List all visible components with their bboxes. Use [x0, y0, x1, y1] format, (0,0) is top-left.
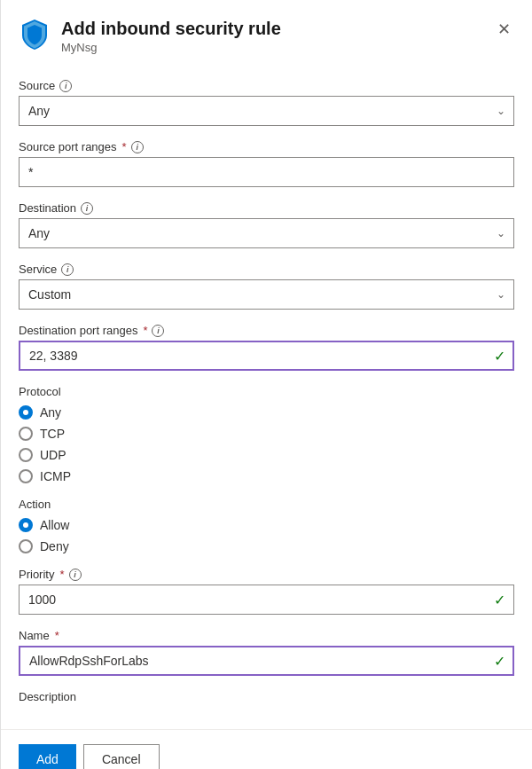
priority-input[interactable]: [19, 585, 514, 615]
protocol-radio-group: Any TCP UDP ICMP: [19, 405, 514, 483]
destination-info-icon[interactable]: i: [81, 202, 93, 215]
source-select[interactable]: Any IP Addresses Service Tag My IP addre…: [19, 96, 514, 126]
panel-body: Source i Any IP Addresses Service Tag My…: [1, 65, 532, 769]
header-text: Add inbound security rule MyNsg: [61, 18, 494, 54]
protocol-any-item[interactable]: Any: [19, 405, 514, 420]
action-allow-item[interactable]: Allow: [19, 518, 514, 532]
add-button[interactable]: Add: [19, 744, 76, 769]
protocol-any-radio[interactable]: [19, 405, 33, 420]
source-select-wrapper: Any IP Addresses Service Tag My IP addre…: [19, 96, 514, 126]
action-allow-radio[interactable]: [19, 518, 33, 532]
protocol-label: Protocol: [19, 385, 514, 398]
protocol-udp-label: UDP: [40, 448, 66, 462]
protocol-icmp-label: ICMP: [40, 469, 71, 483]
priority-info-icon[interactable]: i: [69, 569, 82, 581]
source-info-icon[interactable]: i: [59, 80, 72, 92]
name-group: Name * ✓: [19, 629, 514, 676]
source-port-ranges-label: Source port ranges * i: [19, 140, 514, 153]
close-button[interactable]: ✕: [494, 18, 514, 41]
source-port-ranges-input[interactable]: [19, 157, 514, 187]
service-select-wrapper: Custom HTTP HTTPS RDP SSH ⌄: [19, 279, 514, 310]
source-label: Source i: [19, 79, 514, 92]
source-port-input-wrapper: [19, 157, 514, 187]
source-port-info-icon[interactable]: i: [131, 141, 144, 153]
name-input[interactable]: [19, 646, 514, 676]
priority-required-marker: *: [59, 568, 64, 581]
protocol-udp-radio[interactable]: [19, 448, 33, 462]
name-required-marker: *: [55, 629, 59, 642]
shield-icon: [19, 18, 51, 50]
service-info-icon[interactable]: i: [61, 263, 74, 276]
action-deny-radio[interactable]: [19, 539, 33, 553]
destination-label: Destination i: [19, 201, 514, 215]
protocol-udp-item[interactable]: UDP: [19, 448, 514, 462]
dest-port-ranges-input[interactable]: [19, 341, 514, 371]
protocol-tcp-radio[interactable]: [19, 427, 33, 441]
dest-port-info-icon[interactable]: i: [152, 325, 164, 337]
source-port-ranges-group: Source port ranges * i: [19, 140, 514, 187]
panel-title: Add inbound security rule: [61, 18, 494, 39]
panel-subtitle: MyNsg: [61, 41, 494, 54]
dest-port-check-icon: ✓: [494, 348, 505, 365]
action-radio-group: Allow Deny: [19, 518, 514, 553]
protocol-tcp-item[interactable]: TCP: [19, 427, 514, 441]
dest-port-ranges-group: Destination port ranges * i ✓: [19, 324, 514, 371]
panel-header: Add inbound security rule MyNsg ✕: [1, 0, 532, 65]
service-select[interactable]: Custom HTTP HTTPS RDP SSH: [19, 279, 514, 310]
description-group: Description: [19, 690, 514, 703]
priority-group: Priority * i ✓: [19, 568, 514, 615]
description-label: Description: [19, 690, 514, 703]
source-port-required-marker: *: [122, 140, 127, 153]
name-check-icon: ✓: [494, 653, 505, 670]
priority-check-icon: ✓: [494, 592, 505, 608]
action-section: Action Allow Deny: [19, 498, 514, 553]
action-allow-label: Allow: [40, 518, 69, 532]
destination-group: Destination i Any IP Addresses Service T…: [19, 201, 514, 248]
add-inbound-rule-panel: Add inbound security rule MyNsg ✕ Source…: [0, 0, 532, 769]
dest-port-required-marker: *: [143, 324, 147, 337]
protocol-icmp-radio[interactable]: [19, 469, 33, 483]
dest-port-ranges-label: Destination port ranges * i: [19, 324, 514, 337]
protocol-any-label: Any: [40, 405, 61, 420]
cancel-button[interactable]: Cancel: [83, 744, 160, 769]
priority-label: Priority * i: [19, 568, 514, 581]
service-group: Service i Custom HTTP HTTPS RDP SSH ⌄: [19, 263, 514, 310]
destination-select-wrapper: Any IP Addresses Service Tag Virtual net…: [19, 218, 514, 248]
panel-footer: Add Cancel: [1, 729, 532, 769]
action-deny-item[interactable]: Deny: [19, 539, 514, 553]
protocol-icmp-item[interactable]: ICMP: [19, 469, 514, 483]
name-input-wrapper: ✓: [19, 646, 514, 676]
priority-input-wrapper: ✓: [19, 585, 514, 615]
source-group: Source i Any IP Addresses Service Tag My…: [19, 79, 514, 126]
destination-select[interactable]: Any IP Addresses Service Tag Virtual net…: [19, 218, 514, 248]
service-label: Service i: [19, 263, 514, 276]
protocol-section: Protocol Any TCP UDP ICMP: [19, 385, 514, 483]
action-label: Action: [19, 498, 514, 511]
action-deny-label: Deny: [40, 539, 69, 553]
protocol-tcp-label: TCP: [40, 427, 65, 441]
dest-port-input-wrapper: ✓: [19, 341, 514, 371]
name-label: Name *: [19, 629, 514, 642]
